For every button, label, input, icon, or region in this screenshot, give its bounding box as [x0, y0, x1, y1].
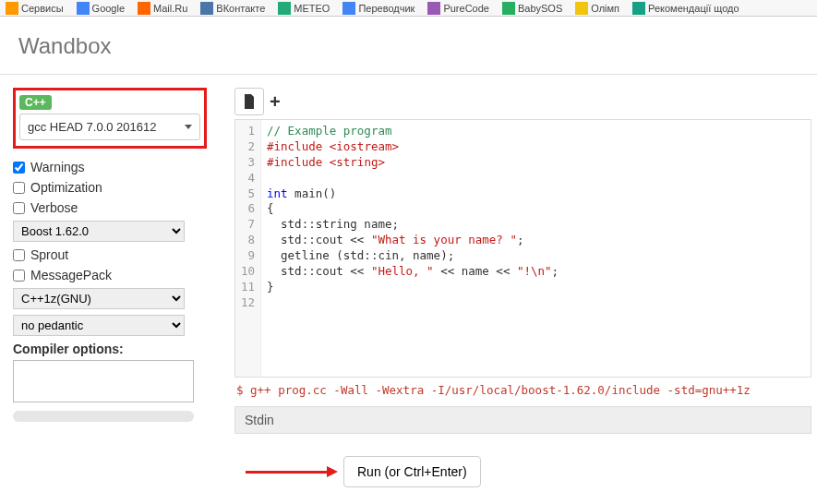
bookmark-icon — [575, 2, 588, 15]
page-title: Wandbox — [18, 33, 799, 59]
header: Wandbox — [0, 17, 817, 75]
std-select[interactable]: C++1z(GNU) — [13, 288, 185, 309]
sidebar: C++ gcc HEAD 7.0.0 201612 Warnings Optim… — [13, 88, 207, 487]
bookmark-item[interactable]: Mail.Ru — [138, 2, 187, 15]
code-area[interactable]: // Example program#include <iostream>#in… — [261, 120, 811, 377]
messagepack-checkbox[interactable] — [13, 270, 25, 282]
arrow-annotation — [246, 471, 329, 474]
code-editor[interactable]: 123456789101112 // Example program#inclu… — [234, 119, 811, 378]
compile-command: $ g++ prog.cc -Wall -Wextra -I/usr/local… — [234, 378, 811, 402]
compiler-dropdown[interactable]: gcc HEAD 7.0.0 201612 — [19, 114, 200, 140]
bookmark-item[interactable]: Google — [77, 2, 125, 15]
compiler-highlight: C++ gcc HEAD 7.0.0 201612 — [13, 88, 207, 149]
option-sprout[interactable]: Sprout — [13, 247, 207, 262]
bookmark-icon — [632, 2, 645, 15]
bookmark-item[interactable]: PureCode — [427, 2, 489, 15]
sprout-checkbox[interactable] — [13, 249, 25, 261]
bookmark-item[interactable]: Сервисы — [6, 2, 64, 15]
verbose-checkbox[interactable] — [13, 202, 25, 214]
bookmark-icon — [502, 2, 515, 15]
bookmark-item[interactable]: Переводчик — [342, 2, 415, 15]
line-gutter: 123456789101112 — [235, 120, 261, 377]
bookmark-item[interactable]: ВКонтакте — [200, 2, 265, 15]
chevron-down-icon — [185, 125, 192, 129]
bookmark-icon — [6, 2, 18, 15]
file-tab[interactable] — [234, 88, 264, 115]
option-messagepack[interactable]: MessagePack — [13, 268, 207, 282]
lang-badge: C++ — [19, 95, 52, 110]
bookmark-item[interactable]: Олімп — [575, 2, 619, 15]
option-optimization[interactable]: Optimization — [13, 180, 207, 195]
bookmark-icon — [342, 2, 355, 15]
compiler-options-textarea[interactable] — [13, 360, 194, 402]
bookmark-icon — [77, 2, 90, 15]
run-button[interactable]: Run (or Ctrl+Enter) — [343, 456, 481, 487]
bookmark-item[interactable]: Рекомендації щодо — [632, 2, 739, 15]
option-verbose[interactable]: Verbose — [13, 200, 207, 215]
option-warnings[interactable]: Warnings — [13, 160, 207, 174]
bookmark-item[interactable]: BabySOS — [502, 2, 562, 15]
bookmark-icon — [200, 2, 213, 15]
pedantic-select[interactable]: no pedantic — [13, 315, 185, 336]
compiler-options-label: Compiler options: — [13, 342, 207, 356]
bookmark-item[interactable]: METEO — [278, 2, 330, 15]
bookmark-icon — [427, 2, 440, 15]
add-tab-button[interactable]: + — [270, 91, 281, 113]
bookmarks-bar: СервисыGoogleMail.RuВКонтактеMETEOПерево… — [0, 0, 817, 17]
boost-select[interactable]: Boost 1.62.0 — [13, 221, 185, 242]
warnings-checkbox[interactable] — [13, 162, 25, 174]
bookmark-icon — [138, 2, 150, 15]
stdin-toggle[interactable]: Stdin — [234, 406, 811, 434]
content: + 123456789101112 // Example program#inc… — [207, 88, 817, 487]
compiler-name: gcc HEAD 7.0.0 201612 — [28, 120, 156, 134]
file-tabs: + — [234, 88, 811, 115]
bookmark-icon — [278, 2, 291, 15]
file-icon — [243, 94, 256, 109]
scrollbar-stub — [13, 411, 194, 422]
optimization-checkbox[interactable] — [13, 182, 25, 194]
